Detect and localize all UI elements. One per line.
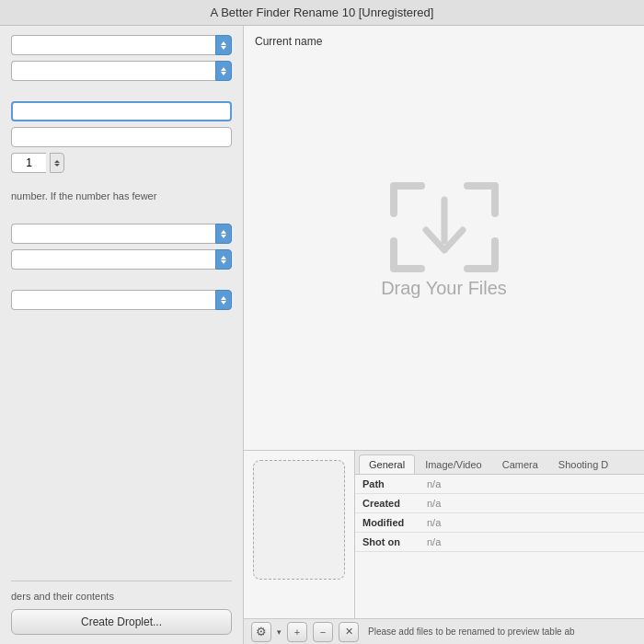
- select-box-3[interactable]: [11, 224, 215, 244]
- stepper-up-icon: [221, 296, 226, 300]
- row-value-created: n/a: [420, 494, 644, 513]
- create-droplet-button[interactable]: Create Droplet...: [11, 609, 232, 635]
- row-label-created: Created: [355, 494, 420, 513]
- drag-area[interactable]: Drag Your Files: [244, 26, 644, 450]
- tab-general[interactable]: General: [359, 454, 415, 474]
- inline-down-icon: [54, 164, 60, 167]
- bottom-section: ders and their contents Create Droplet..…: [11, 581, 232, 635]
- row-label-modified: Modified: [355, 513, 420, 533]
- tab-image-video[interactable]: Image/Video: [415, 454, 492, 474]
- description-text: number. If the number has fewer: [11, 190, 232, 203]
- stepper-down-icon: [221, 260, 226, 264]
- text-input-primary[interactable]: [11, 101, 232, 121]
- stepper-down-icon: [221, 46, 226, 50]
- close-button[interactable]: ✕: [339, 622, 359, 642]
- window-title: A Better Finder Rename 10 [Unregistered]: [211, 6, 434, 19]
- table-row: Shot on n/a: [355, 533, 644, 552]
- gear-dropdown-arrow[interactable]: ▾: [277, 627, 282, 637]
- table-row: Modified n/a: [355, 513, 644, 533]
- row-label-path: Path: [355, 475, 420, 494]
- stepper-down-icon: [221, 301, 226, 305]
- text-input-secondary[interactable]: [11, 127, 232, 147]
- stepper-5[interactable]: [215, 290, 232, 310]
- tab-content: Path n/a Created n/a Modified n/a: [355, 475, 644, 618]
- stepper-down-icon: [221, 72, 226, 75]
- preview-row: General Image/Video Camera Shooting D Pa…: [244, 451, 644, 618]
- table-row: Path n/a: [355, 475, 644, 494]
- stepper-up-icon: [221, 67, 226, 71]
- stepper-3[interactable]: [215, 224, 232, 244]
- spacer-2: [11, 209, 232, 218]
- stepper-up-icon: [221, 256, 226, 259]
- tab-shooting[interactable]: Shooting D: [548, 454, 618, 474]
- number-stepper-row: [11, 153, 232, 173]
- row-value-modified: n/a: [420, 513, 644, 533]
- info-table: Path n/a Created n/a Modified n/a: [355, 475, 644, 552]
- right-top: Current name Dr: [244, 26, 644, 451]
- drag-icon: [385, 177, 504, 278]
- stepper-4[interactable]: [215, 249, 232, 270]
- title-bar: A Better Finder Rename 10 [Unregistered]: [0, 0, 644, 26]
- preview-thumbnail: [253, 460, 345, 580]
- select-row-5: [11, 290, 232, 310]
- select-box-5[interactable]: [11, 290, 215, 310]
- tabs-container: General Image/Video Camera Shooting D Pa…: [354, 451, 644, 618]
- main-layout: number. If the number has fewer: [0, 26, 644, 644]
- bottom-toolbar: ⚙ ▾ + − ✕ Please add files to be renamed…: [244, 618, 644, 644]
- stepper-2[interactable]: [215, 61, 232, 81]
- table-row: Created n/a: [355, 494, 644, 513]
- number-input[interactable]: [11, 153, 46, 173]
- stepper-up-icon: [221, 41, 226, 45]
- stepper-down-icon: [221, 235, 226, 238]
- spacer-sm: [11, 178, 232, 182]
- stepper-1[interactable]: [215, 35, 232, 55]
- select-row-2: [11, 61, 232, 81]
- select-row-4: [11, 249, 232, 270]
- inline-up-icon: [54, 160, 60, 163]
- row-value-path: n/a: [420, 475, 644, 494]
- current-name-label: Current name: [255, 35, 322, 48]
- select-box-4[interactable]: [11, 249, 215, 270]
- row-value-shot-on: n/a: [420, 533, 644, 552]
- tab-camera[interactable]: Camera: [492, 454, 548, 474]
- left-panel: number. If the number has fewer: [0, 26, 244, 644]
- spacer-3: [11, 275, 232, 284]
- stepper-up-icon: [221, 230, 226, 234]
- gear-button[interactable]: ⚙: [251, 622, 271, 642]
- inline-stepper[interactable]: [50, 153, 64, 173]
- spacer-1: [11, 86, 232, 96]
- select-box-1[interactable]: [11, 35, 215, 55]
- row-label-shot-on: Shot on: [355, 533, 420, 552]
- remove-button[interactable]: −: [313, 622, 333, 642]
- tabs-header: General Image/Video Camera Shooting D: [355, 451, 644, 475]
- add-button[interactable]: +: [287, 622, 307, 642]
- right-bottom: General Image/Video Camera Shooting D Pa…: [244, 451, 644, 644]
- drag-text: Drag Your Files: [381, 278, 507, 299]
- toolbar-status: Please add files to be renamed to previe…: [368, 627, 575, 637]
- select-box-2[interactable]: [11, 61, 215, 81]
- select-row-3: [11, 224, 232, 244]
- bottom-label: ders and their contents: [11, 591, 232, 602]
- select-row-1: [11, 35, 232, 55]
- right-panel: Current name Dr: [244, 26, 644, 644]
